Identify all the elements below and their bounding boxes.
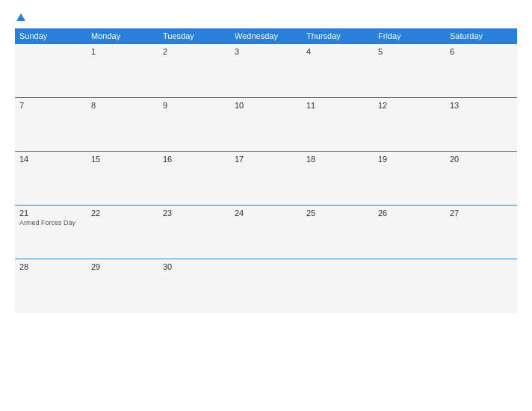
day-number: 13: [450, 101, 513, 110]
calendar-cell: 22: [87, 206, 158, 259]
calendar-week-2: 14151617181920: [15, 152, 517, 206]
day-number: 5: [378, 47, 441, 56]
day-number: 1: [91, 47, 154, 56]
weekday-header-thursday: Thursday: [302, 28, 374, 44]
calendar-cell: [302, 259, 374, 313]
calendar-cell: 16: [158, 152, 230, 206]
day-number: 26: [378, 208, 441, 217]
day-number: 24: [235, 208, 297, 217]
day-number: 23: [163, 208, 226, 217]
calendar-cell: 19: [374, 152, 445, 206]
calendar-body: 123456789101112131415161718192021Armed F…: [15, 44, 517, 313]
day-number: 18: [306, 155, 369, 164]
calendar-cell: 18: [302, 152, 374, 206]
weekday-header-friday: Friday: [374, 28, 445, 44]
weekday-header-monday: Monday: [87, 28, 158, 44]
day-number: 17: [235, 155, 297, 164]
logo-triangle-icon: [16, 13, 25, 21]
weekday-header-tuesday: Tuesday: [158, 28, 230, 44]
day-number: 14: [19, 155, 82, 164]
calendar-page: SundayMondayTuesdayWednesdayThursdayFrid…: [0, 0, 532, 411]
calendar-week-3: 21Armed Forces Day222324252627: [15, 206, 517, 259]
calendar-cell: [230, 259, 302, 313]
calendar-cell: 29: [87, 259, 158, 313]
calendar-cell: 14: [15, 152, 87, 206]
day-number: 12: [378, 101, 441, 110]
day-number: 21: [19, 208, 82, 217]
calendar-cell: 12: [374, 98, 445, 152]
weekday-header-wednesday: Wednesday: [230, 28, 302, 44]
calendar-cell: 28: [15, 259, 87, 313]
day-number: 10: [235, 101, 297, 110]
calendar-cell: [374, 259, 445, 313]
calendar-cell: 3: [230, 44, 302, 98]
calendar-table: SundayMondayTuesdayWednesdayThursdayFrid…: [15, 28, 517, 313]
calendar-cell: 7: [15, 98, 87, 152]
calendar-cell: 27: [445, 206, 517, 259]
day-number: 19: [378, 155, 441, 164]
day-number: 30: [163, 262, 226, 271]
calendar-cell: 10: [230, 98, 302, 152]
day-number: 7: [19, 101, 82, 110]
calendar-week-1: 78910111213: [15, 98, 517, 152]
calendar-cell: 30: [158, 259, 230, 313]
calendar-cell: 13: [445, 98, 517, 152]
day-number: 9: [163, 101, 226, 110]
day-number: 4: [306, 47, 369, 56]
calendar-cell: 26: [374, 206, 445, 259]
day-number: 2: [163, 47, 226, 56]
day-number: 25: [306, 208, 369, 217]
day-number: 29: [91, 262, 154, 271]
calendar-cell: 9: [158, 98, 230, 152]
calendar-cell: 8: [87, 98, 158, 152]
calendar-cell: 5: [374, 44, 445, 98]
weekday-header-saturday: Saturday: [445, 28, 517, 44]
calendar-cell: 4: [302, 44, 374, 98]
calendar-cell: 25: [302, 206, 374, 259]
day-number: 3: [235, 47, 297, 56]
calendar-header-row: SundayMondayTuesdayWednesdayThursdayFrid…: [15, 28, 517, 44]
day-number: 11: [306, 101, 369, 110]
calendar-header: [15, 13, 517, 21]
day-number: 27: [450, 208, 513, 217]
calendar-cell: 21Armed Forces Day: [15, 206, 87, 259]
weekday-header-sunday: Sunday: [15, 28, 87, 44]
calendar-cell: 15: [87, 152, 158, 206]
day-number: 22: [91, 208, 154, 217]
calendar-cell: 6: [445, 44, 517, 98]
calendar-cell: 11: [302, 98, 374, 152]
day-number: 15: [91, 155, 154, 164]
day-number: 20: [450, 155, 513, 164]
calendar-cell: 20: [445, 152, 517, 206]
day-number: 8: [91, 101, 154, 110]
calendar-cell: [445, 259, 517, 313]
calendar-cell: [15, 44, 87, 98]
calendar-cell: 17: [230, 152, 302, 206]
calendar-week-0: 123456: [15, 44, 517, 98]
day-number: 6: [450, 47, 513, 56]
holiday-label: Armed Forces Day: [19, 219, 82, 226]
day-number: 16: [163, 155, 226, 164]
day-number: 28: [19, 262, 82, 271]
calendar-cell: 24: [230, 206, 302, 259]
calendar-week-4: 282930: [15, 259, 517, 313]
calendar-cell: 2: [158, 44, 230, 98]
calendar-cell: 1: [87, 44, 158, 98]
calendar-cell: 23: [158, 206, 230, 259]
logo: [15, 13, 25, 21]
